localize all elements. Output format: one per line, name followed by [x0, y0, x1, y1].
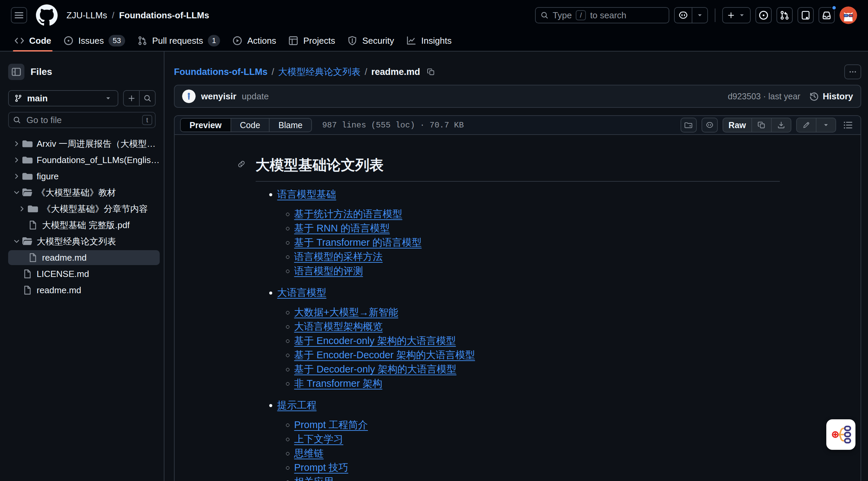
tree-item-folder-open[interactable]: 大模型经典论文列表 — [8, 234, 160, 249]
latest-commit-bar: wenyisir update d923503 · last year Hist… — [174, 85, 861, 108]
hamburger-menu-button[interactable] — [11, 7, 27, 23]
tab-label: Code — [29, 36, 51, 46]
readme-section-link[interactable]: 提示工程 — [277, 400, 317, 410]
breadcrumb-folder-link[interactable]: 大模型经典论文列表 — [278, 66, 360, 78]
file-stats: 987 lines (555 loc) · 70.7 KB — [322, 121, 464, 130]
folder-icon — [22, 155, 33, 165]
tab-actions[interactable]: Actions — [226, 31, 282, 51]
new-file-button[interactable] — [124, 91, 139, 106]
create-new-button[interactable] — [722, 7, 751, 23]
copy-icon — [757, 121, 766, 129]
org-link[interactable]: ZJU-LLMs — [66, 10, 107, 21]
tab-security[interactable]: Security — [341, 31, 400, 51]
org-repo-separator: / — [112, 10, 114, 21]
tree-item-folder-open[interactable]: 《大模型基础》教材 — [8, 185, 160, 200]
folder-icon — [22, 171, 33, 181]
breadcrumb-repo-link[interactable]: Foundations-of-LLMs — [174, 67, 268, 77]
edit-dropdown-caret[interactable] — [816, 118, 835, 132]
readme-sub-item: 基于 Decoder-only 架构的大语言模型 — [294, 362, 780, 376]
readme-subitem-link[interactable]: 思维链 — [294, 448, 324, 459]
readme-subitem-link[interactable]: 基于 Encoder-only 架构的大语言模型 — [294, 335, 456, 346]
tab-pull-requests[interactable]: Pull requests 1 — [131, 31, 226, 51]
readme-subitem-link[interactable]: 语言模型的采样方法 — [294, 251, 383, 262]
user-avatar[interactable] — [840, 6, 857, 24]
commit-author-avatar[interactable] — [182, 89, 196, 103]
readme-subitem-link[interactable]: 语言模型的评测 — [294, 265, 363, 276]
tree-item-file[interactable]: LICENSE.md — [8, 266, 160, 281]
readme-subitem-link[interactable]: 相关应用 — [294, 476, 334, 481]
tree-item-file[interactable]: readme.md — [8, 283, 160, 298]
tab-issues[interactable]: Issues 53 — [57, 31, 131, 51]
readme-subitem-link[interactable]: 上下文学习 — [294, 434, 343, 444]
tree-item-folder[interactable]: figure — [8, 169, 160, 184]
chevron-down-icon — [13, 188, 21, 197]
chevron-down-icon — [13, 237, 21, 245]
pull-requests-button[interactable] — [776, 7, 793, 23]
git-pull-request-icon — [780, 10, 790, 20]
copilot-icon — [675, 8, 692, 23]
tree-item-folder[interactable]: Arxiv 一周进展报告（大模型方向） — [8, 136, 160, 151]
readme-title: 大模型基础论文列表 — [256, 157, 780, 174]
readme-section-link[interactable]: 语言模型基础 — [277, 189, 336, 200]
tree-item-folder[interactable]: 《大模型基础》分章节内容 — [8, 201, 160, 216]
symbols-tree-button[interactable] — [680, 118, 697, 133]
tab-projects[interactable]: Projects — [282, 31, 341, 51]
copilot-button[interactable] — [674, 7, 708, 23]
inbox-icon — [822, 10, 832, 20]
commit-author-name[interactable]: wenyisir — [201, 91, 236, 102]
readme-subitem-link[interactable]: Prompt 技巧 — [294, 462, 349, 473]
readme-subitem-link[interactable]: 非 Transformer 架构 — [294, 378, 382, 389]
copy-raw-button[interactable] — [751, 118, 771, 132]
tree-item-label: 大模型经典论文列表 — [37, 236, 116, 247]
collapse-file-tree-button[interactable] — [8, 64, 24, 80]
commit-message[interactable]: update — [242, 91, 269, 102]
copy-path-button[interactable] — [427, 68, 435, 76]
issues-button[interactable] — [755, 7, 772, 23]
github-logo-icon[interactable] — [36, 4, 58, 26]
global-search-input[interactable]: Type / to search — [535, 7, 669, 23]
readme-subitem-link[interactable]: 基于 Encoder-Decoder 架构的大语言模型 — [294, 349, 475, 360]
code-icon — [14, 36, 24, 46]
branch-selector[interactable]: main — [8, 90, 118, 106]
tab-preview[interactable]: Preview — [181, 119, 231, 132]
heading-anchor-link-icon[interactable] — [237, 160, 245, 168]
file-more-options-button[interactable] — [844, 64, 861, 79]
commit-sha-and-time[interactable]: d923503 · last year — [728, 92, 800, 101]
tree-item-file[interactable]: 大模型基础 完整版.pdf — [8, 218, 160, 233]
chevron-right-icon — [13, 172, 21, 180]
readme-subitem-link[interactable]: 大数据+大模型→新智能 — [294, 307, 398, 318]
history-button[interactable]: History — [809, 91, 853, 102]
repo-link[interactable]: Foundations-of-LLMs — [119, 10, 209, 21]
edit-file-button[interactable] — [797, 118, 816, 132]
readme-subitem-link[interactable]: 基于统计方法的语言模型 — [294, 208, 402, 219]
tab-code[interactable]: Code — [8, 31, 57, 51]
folder-open-icon — [22, 187, 33, 198]
caret-down-icon — [738, 11, 746, 19]
readme-sub-item: 上下文学习 — [294, 432, 780, 446]
readme-sub-item: 大数据+大模型→新智能 — [294, 305, 780, 319]
history-label: History — [823, 91, 853, 102]
readme-subitem-link[interactable]: 大语言模型架构概览 — [294, 321, 383, 332]
readme-subitem-link[interactable]: 基于 Transformer 的语言模型 — [294, 237, 422, 248]
readme-subitem-link[interactable]: 基于 Decoder-only 架构的大语言模型 — [294, 364, 457, 375]
tab-blame[interactable]: Blame — [269, 119, 311, 132]
readme-section-link[interactable]: 大语言模型 — [277, 287, 327, 298]
tab-label: Issues — [78, 36, 104, 46]
tab-insights[interactable]: Insights — [400, 31, 458, 51]
unread-notification-dot — [831, 5, 837, 11]
tree-item-file[interactable]: readme.md — [8, 250, 160, 265]
readme-sub-list: 大数据+大模型→新智能大语言模型架构概览基于 Encoder-only 架构的大… — [277, 305, 780, 390]
copilot-file-button[interactable] — [702, 118, 718, 133]
copilot-dropdown-caret-icon[interactable] — [692, 8, 707, 23]
outline-button[interactable] — [841, 118, 855, 132]
readme-subitem-link[interactable]: Prompt 工程简介 — [294, 419, 368, 430]
repositories-button[interactable] — [797, 7, 814, 23]
tab-code[interactable]: Code — [231, 119, 269, 132]
raw-button[interactable]: Raw — [723, 118, 751, 132]
download-raw-button[interactable] — [771, 118, 791, 132]
browser-extension-widget[interactable] — [826, 419, 855, 450]
goto-file-input[interactable] — [8, 112, 156, 128]
tree-item-folder[interactable]: Foundations_of_LLMs(English_ve... — [8, 153, 160, 167]
search-in-tree-button[interactable] — [139, 91, 155, 106]
readme-subitem-link[interactable]: 基于 RNN 的语言模型 — [294, 223, 390, 234]
